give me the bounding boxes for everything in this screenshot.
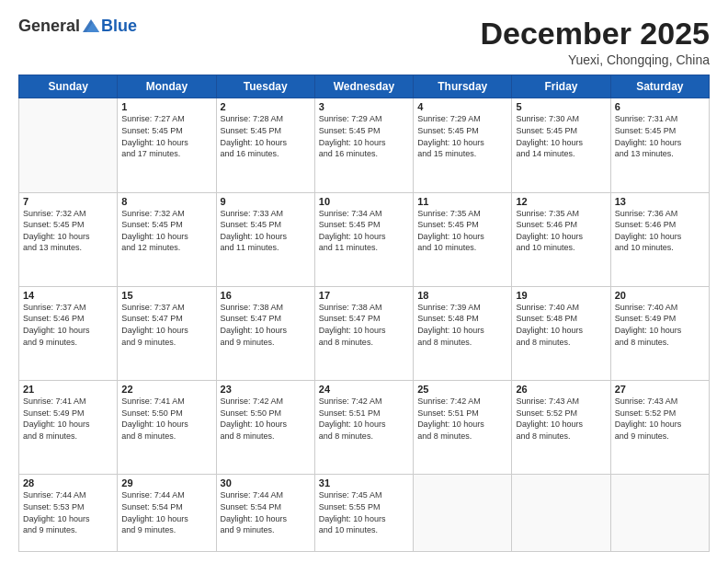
day-number: 29 bbox=[121, 477, 211, 488]
day-number: 19 bbox=[516, 290, 606, 301]
day-header-friday: Friday bbox=[512, 75, 610, 98]
day-number: 18 bbox=[417, 290, 507, 301]
day-info: Sunrise: 7:35 AM Sunset: 5:46 PM Dayligh… bbox=[516, 208, 606, 254]
calendar-cell: 28Sunrise: 7:44 AM Sunset: 5:53 PM Dayli… bbox=[19, 475, 118, 552]
day-number: 25 bbox=[417, 384, 507, 395]
day-info: Sunrise: 7:37 AM Sunset: 5:46 PM Dayligh… bbox=[23, 302, 113, 348]
day-number: 9 bbox=[221, 196, 311, 207]
day-number: 1 bbox=[121, 101, 211, 112]
day-header-saturday: Saturday bbox=[610, 75, 709, 98]
day-number: 28 bbox=[23, 477, 113, 488]
header: General Blue December 2025 Yuexi, Chongq… bbox=[18, 17, 710, 67]
day-number: 7 bbox=[23, 196, 113, 207]
calendar-cell: 4Sunrise: 7:29 AM Sunset: 5:45 PM Daylig… bbox=[414, 98, 512, 192]
calendar-cell: 8Sunrise: 7:32 AM Sunset: 5:45 PM Daylig… bbox=[118, 192, 216, 286]
calendar-cell bbox=[512, 475, 610, 552]
day-info: Sunrise: 7:39 AM Sunset: 5:48 PM Dayligh… bbox=[417, 302, 507, 348]
day-info: Sunrise: 7:38 AM Sunset: 5:47 PM Dayligh… bbox=[319, 302, 409, 348]
day-number: 16 bbox=[221, 290, 311, 301]
calendar-cell: 29Sunrise: 7:44 AM Sunset: 5:54 PM Dayli… bbox=[118, 475, 216, 552]
calendar-cell: 1Sunrise: 7:27 AM Sunset: 5:45 PM Daylig… bbox=[118, 98, 216, 192]
calendar-cell: 21Sunrise: 7:41 AM Sunset: 5:49 PM Dayli… bbox=[19, 381, 118, 475]
day-info: Sunrise: 7:35 AM Sunset: 5:45 PM Dayligh… bbox=[417, 208, 507, 254]
logo-text: General Blue bbox=[18, 17, 137, 36]
day-number: 23 bbox=[221, 384, 311, 395]
day-number: 22 bbox=[121, 384, 211, 395]
day-info: Sunrise: 7:28 AM Sunset: 5:45 PM Dayligh… bbox=[221, 113, 311, 159]
day-number: 30 bbox=[221, 477, 311, 488]
day-info: Sunrise: 7:40 AM Sunset: 5:49 PM Dayligh… bbox=[615, 302, 705, 348]
day-number: 8 bbox=[121, 196, 211, 207]
calendar-cell: 15Sunrise: 7:37 AM Sunset: 5:47 PM Dayli… bbox=[118, 286, 216, 380]
day-header-sunday: Sunday bbox=[19, 75, 118, 98]
calendar-cell: 31Sunrise: 7:45 AM Sunset: 5:55 PM Dayli… bbox=[314, 475, 413, 552]
day-number: 11 bbox=[417, 196, 507, 207]
day-info: Sunrise: 7:36 AM Sunset: 5:46 PM Dayligh… bbox=[615, 208, 705, 254]
day-number: 2 bbox=[221, 101, 311, 112]
day-info: Sunrise: 7:42 AM Sunset: 5:50 PM Dayligh… bbox=[221, 396, 311, 442]
day-number: 26 bbox=[516, 384, 606, 395]
calendar-cell: 2Sunrise: 7:28 AM Sunset: 5:45 PM Daylig… bbox=[216, 98, 314, 192]
day-info: Sunrise: 7:32 AM Sunset: 5:45 PM Dayligh… bbox=[23, 208, 113, 254]
calendar-cell: 6Sunrise: 7:31 AM Sunset: 5:45 PM Daylig… bbox=[610, 98, 709, 192]
day-info: Sunrise: 7:44 AM Sunset: 5:54 PM Dayligh… bbox=[121, 489, 211, 535]
calendar-header-row: SundayMondayTuesdayWednesdayThursdayFrid… bbox=[19, 75, 710, 98]
calendar-cell: 3Sunrise: 7:29 AM Sunset: 5:45 PM Daylig… bbox=[314, 98, 413, 192]
logo-blue: Blue bbox=[101, 17, 137, 36]
calendar-cell: 13Sunrise: 7:36 AM Sunset: 5:46 PM Dayli… bbox=[610, 192, 709, 286]
day-info: Sunrise: 7:40 AM Sunset: 5:48 PM Dayligh… bbox=[516, 302, 606, 348]
day-info: Sunrise: 7:42 AM Sunset: 5:51 PM Dayligh… bbox=[319, 396, 409, 442]
day-info: Sunrise: 7:37 AM Sunset: 5:47 PM Dayligh… bbox=[121, 302, 211, 348]
day-info: Sunrise: 7:44 AM Sunset: 5:54 PM Dayligh… bbox=[221, 489, 311, 535]
calendar-cell: 17Sunrise: 7:38 AM Sunset: 5:47 PM Dayli… bbox=[314, 286, 413, 380]
calendar-cell: 30Sunrise: 7:44 AM Sunset: 5:54 PM Dayli… bbox=[216, 475, 314, 552]
day-info: Sunrise: 7:38 AM Sunset: 5:47 PM Dayligh… bbox=[221, 302, 311, 348]
day-number: 24 bbox=[319, 384, 409, 395]
day-info: Sunrise: 7:27 AM Sunset: 5:45 PM Dayligh… bbox=[121, 113, 211, 159]
title-block: December 2025 Yuexi, Chongqing, China bbox=[480, 17, 710, 67]
month-title: December 2025 bbox=[480, 17, 710, 51]
calendar-cell: 11Sunrise: 7:35 AM Sunset: 5:45 PM Dayli… bbox=[414, 192, 512, 286]
calendar-cell: 27Sunrise: 7:43 AM Sunset: 5:52 PM Dayli… bbox=[610, 381, 709, 475]
subtitle: Yuexi, Chongqing, China bbox=[480, 52, 710, 67]
calendar-week-1: 1Sunrise: 7:27 AM Sunset: 5:45 PM Daylig… bbox=[19, 98, 710, 192]
day-number: 5 bbox=[516, 101, 606, 112]
day-number: 14 bbox=[23, 290, 113, 301]
day-info: Sunrise: 7:32 AM Sunset: 5:45 PM Dayligh… bbox=[121, 208, 211, 254]
calendar-cell: 22Sunrise: 7:41 AM Sunset: 5:50 PM Dayli… bbox=[118, 381, 216, 475]
calendar-cell: 14Sunrise: 7:37 AM Sunset: 5:46 PM Dayli… bbox=[19, 286, 118, 380]
page: General Blue December 2025 Yuexi, Chongq… bbox=[0, 0, 728, 563]
day-info: Sunrise: 7:29 AM Sunset: 5:45 PM Dayligh… bbox=[319, 113, 409, 159]
day-number: 4 bbox=[417, 101, 507, 112]
day-number: 10 bbox=[319, 196, 409, 207]
day-info: Sunrise: 7:42 AM Sunset: 5:51 PM Dayligh… bbox=[417, 396, 507, 442]
calendar-cell: 18Sunrise: 7:39 AM Sunset: 5:48 PM Dayli… bbox=[414, 286, 512, 380]
calendar-cell: 9Sunrise: 7:33 AM Sunset: 5:45 PM Daylig… bbox=[216, 192, 314, 286]
calendar-cell bbox=[19, 98, 118, 192]
day-header-thursday: Thursday bbox=[414, 75, 512, 98]
calendar-cell: 19Sunrise: 7:40 AM Sunset: 5:48 PM Dayli… bbox=[512, 286, 610, 380]
day-header-monday: Monday bbox=[118, 75, 216, 98]
calendar-cell: 23Sunrise: 7:42 AM Sunset: 5:50 PM Dayli… bbox=[216, 381, 314, 475]
calendar-table: SundayMondayTuesdayWednesdayThursdayFrid… bbox=[18, 75, 710, 552]
calendar-cell: 25Sunrise: 7:42 AM Sunset: 5:51 PM Dayli… bbox=[414, 381, 512, 475]
day-info: Sunrise: 7:30 AM Sunset: 5:45 PM Dayligh… bbox=[516, 113, 606, 159]
calendar-cell bbox=[414, 475, 512, 552]
day-info: Sunrise: 7:41 AM Sunset: 5:50 PM Dayligh… bbox=[121, 396, 211, 442]
day-info: Sunrise: 7:43 AM Sunset: 5:52 PM Dayligh… bbox=[615, 396, 705, 442]
day-info: Sunrise: 7:41 AM Sunset: 5:49 PM Dayligh… bbox=[23, 396, 113, 442]
logo-general: General bbox=[18, 17, 80, 36]
logo: General Blue bbox=[18, 17, 137, 36]
day-number: 15 bbox=[121, 290, 211, 301]
day-info: Sunrise: 7:44 AM Sunset: 5:53 PM Dayligh… bbox=[23, 489, 113, 535]
day-info: Sunrise: 7:29 AM Sunset: 5:45 PM Dayligh… bbox=[417, 113, 507, 159]
calendar-cell: 20Sunrise: 7:40 AM Sunset: 5:49 PM Dayli… bbox=[610, 286, 709, 380]
calendar-cell: 24Sunrise: 7:42 AM Sunset: 5:51 PM Dayli… bbox=[314, 381, 413, 475]
day-number: 21 bbox=[23, 384, 113, 395]
day-header-wednesday: Wednesday bbox=[314, 75, 413, 98]
calendar-cell: 26Sunrise: 7:43 AM Sunset: 5:52 PM Dayli… bbox=[512, 381, 610, 475]
calendar-cell: 10Sunrise: 7:34 AM Sunset: 5:45 PM Dayli… bbox=[314, 192, 413, 286]
calendar-cell: 5Sunrise: 7:30 AM Sunset: 5:45 PM Daylig… bbox=[512, 98, 610, 192]
day-number: 20 bbox=[615, 290, 705, 301]
calendar-cell bbox=[610, 475, 709, 552]
